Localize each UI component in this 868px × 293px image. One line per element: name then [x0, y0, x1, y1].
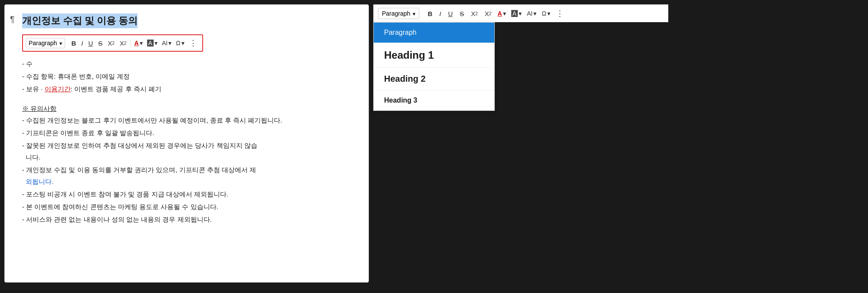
right-special-chars-label: Ω [542, 10, 546, 17]
right-paragraph-selector[interactable]: Paragraph [378, 8, 419, 19]
right-bold-button[interactable]: B [424, 9, 435, 19]
notice-title: ※ 유의사항 [22, 103, 360, 114]
content-line-6: - 잘못된 개인정보로 인하여 추첨 대상에서 제외된 경우에는 당사가 책임지… [22, 140, 360, 163]
right-subscript-button[interactable]: X2 [468, 9, 481, 19]
right-paragraph-chevron [412, 10, 415, 17]
ai-chevron: ▾ [168, 40, 171, 47]
ai-label: AI [162, 40, 168, 47]
special-chars-button[interactable]: Ω ▾ [174, 38, 186, 48]
paragraph-style-label: Paragraph [29, 40, 57, 47]
right-highlight-label: A [511, 10, 518, 17]
right-strikethrough-button[interactable]: S [457, 9, 467, 19]
blue-text-1: 외됩니다. [26, 178, 53, 185]
bold-button[interactable]: B [69, 38, 79, 48]
right-highlight-chevron: ▾ [519, 10, 522, 17]
font-color-label: A [134, 40, 138, 47]
editor-title: 개인정보 수집 및 이용 동의 [22, 13, 138, 28]
highlight-label: A [147, 40, 154, 47]
subscript-button[interactable]: X2 [105, 38, 117, 48]
dropdown-item-h2[interactable]: Heading 2 [374, 68, 494, 90]
content-line-10: - 서비스와 관련 없는 내용이나 성의 없는 내용의 경우 제외됩니다. [22, 213, 360, 225]
formatting-toolbar: Paragraph B I U S X2 X2 A ▾ A ▾ AI ▾ Ω ▾… [22, 34, 203, 52]
right-font-color-chevron: ▾ [503, 10, 506, 17]
content-line-7: - 개인정보 수집 및 이용 동의를 거부할 권리가 있으며, 기프티콘 추첨 … [22, 164, 360, 187]
underline-button[interactable]: U [85, 38, 95, 48]
right-formatting-toolbar: Paragraph B I U S X2 X2 A ▾ A ▾ AI ▾ Ω ▾… [373, 4, 668, 22]
right-special-chars-chevron: ▾ [547, 10, 550, 17]
right-font-color-label: A [497, 10, 502, 17]
content-line-5: - 기프티콘은 이벤트 종료 후 일괄 발송됩니다. [22, 127, 360, 139]
paragraph-style-dropdown: Paragraph Heading 1 Heading 2 Heading 3 [373, 22, 495, 111]
editor-panel: ¶ 개인정보 수집 및 이용 동의 Paragraph B I U S X2 X… [4, 4, 369, 283]
right-highlight-button[interactable]: A ▾ [509, 9, 524, 18]
highlighted-text: 이용기간 [45, 85, 71, 93]
content-line-1: - 수 [22, 58, 360, 70]
pilcrow-icon: ¶ [10, 14, 15, 24]
right-font-color-button[interactable]: A ▾ [495, 9, 508, 18]
right-paragraph-label: Paragraph [382, 10, 410, 17]
more-options-button[interactable]: ⋮ [187, 37, 200, 49]
right-special-chars-button[interactable]: Ω ▾ [539, 9, 552, 18]
dropdown-item-paragraph[interactable]: Paragraph [374, 23, 494, 43]
dropdown-item-h3[interactable]: Heading 3 [374, 90, 494, 110]
right-ai-chevron: ▾ [533, 10, 536, 17]
font-color-chevron: ▾ [140, 40, 143, 47]
special-chars-label: Ω [176, 40, 180, 47]
superscript-button[interactable]: X2 [117, 38, 129, 48]
right-more-options-button[interactable]: ⋮ [553, 7, 566, 20]
content-line-9: - 본 이벤트에 참여하신 콘텐츠는 마케팅 용도로 사용될 수 있습니다. [22, 201, 360, 213]
content-line-8: - 포스팅 비공개 시 이벤트 참여 불가 및 경품 지급 대상에서 제외됩니다… [22, 188, 360, 200]
paragraph-style-chevron [59, 40, 62, 47]
right-ai-label: AI [527, 10, 533, 17]
right-superscript-button[interactable]: X2 [482, 9, 495, 19]
section-gap [22, 96, 360, 103]
highlight-chevron: ▾ [155, 40, 158, 47]
italic-button[interactable]: I [79, 38, 85, 48]
toolbar-divider-1 [130, 39, 131, 47]
content-line-4: - 수집된 개인정보는 블로그 후기 이벤트에서만 사용될 예정이며, 종료 후… [22, 114, 360, 126]
highlight-button[interactable]: A ▾ [145, 38, 160, 48]
paragraph-style-selector[interactable]: Paragraph [26, 38, 65, 48]
dropdown-panel: Paragraph B I U S X2 X2 A ▾ A ▾ AI ▾ Ω ▾… [373, 4, 668, 283]
right-italic-button[interactable]: I [436, 9, 444, 19]
font-color-button[interactable]: A ▾ [132, 38, 145, 48]
special-chars-chevron: ▾ [181, 40, 184, 47]
dropdown-item-h1[interactable]: Heading 1 [374, 43, 494, 68]
right-ai-button[interactable]: AI ▾ [525, 9, 539, 18]
right-underline-button[interactable]: U [445, 9, 456, 19]
content-line-2: - 수집 항목: 휴대폰 번호, 이메일 계정 [22, 70, 360, 82]
ai-button[interactable]: AI ▾ [160, 38, 174, 48]
content-line-3: - 보유 · 이용기간: 이벤트 경품 제공 후 즉시 폐기 [22, 83, 360, 95]
strikethrough-button[interactable]: S [95, 38, 105, 48]
